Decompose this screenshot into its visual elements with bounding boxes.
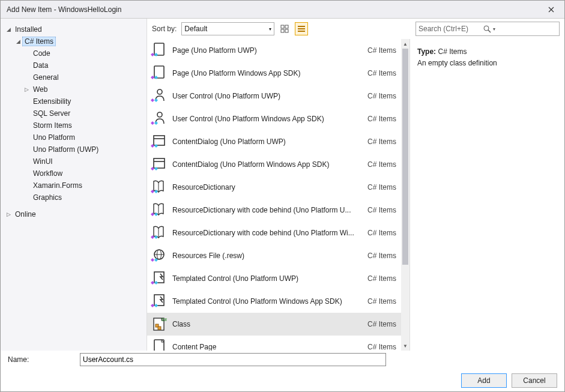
footer: Name: Add Cancel — [1, 351, 564, 392]
item-name: Templated Control (Uno Platform UWP) — [172, 274, 367, 283]
sort-by-dropdown[interactable]: Default ▾ — [181, 22, 274, 35]
svg-rect-3 — [285, 29, 288, 32]
template-list[interactable]: Page (Uno Platform UWP)C# ItemsPage (Uno… — [147, 39, 401, 351]
scroll-down-icon[interactable]: ▼ — [401, 341, 409, 351]
item-category: C# Items — [367, 252, 396, 260]
tree-child[interactable]: General — [1, 71, 147, 83]
item-category: C# Items — [367, 69, 396, 77]
page-icon — [150, 65, 168, 82]
tree-child[interactable]: Storm Items — [1, 119, 147, 131]
list-icon — [297, 25, 306, 33]
item-name: ResourceDictionary with code behind (Uno… — [172, 229, 367, 237]
template-item[interactable]: Page (Uno Platform UWP)C# Items — [147, 39, 401, 62]
templated-icon — [150, 270, 168, 287]
tree-installed[interactable]: ◢ Installed — [1, 23, 147, 35]
svg-rect-2 — [281, 29, 284, 32]
svg-rect-28 — [158, 327, 161, 330]
view-tiles-button[interactable] — [278, 22, 291, 35]
template-item[interactable]: C#ClassC# Items — [147, 313, 401, 336]
type-label: Type: — [417, 47, 436, 56]
item-name: Templated Control (Uno Platform Windows … — [172, 297, 367, 306]
close-button[interactable] — [538, 1, 564, 19]
scroll-thumb[interactable] — [402, 49, 408, 265]
item-name: Page (Uno Platform UWP) — [172, 46, 367, 55]
chevron-right-icon: ▷ — [22, 86, 31, 92]
search-input[interactable]: Search (Ctrl+E) ▾ — [415, 22, 560, 36]
toolbar: Sort by: Default ▾ Search (Ctrl+E) ▾ — [147, 19, 564, 39]
view-list-button[interactable] — [295, 22, 308, 35]
svg-line-8 — [488, 30, 491, 32]
template-item[interactable]: ResourceDictionary with code behind (Uno… — [147, 199, 401, 222]
page-icon — [150, 42, 168, 59]
template-item[interactable]: Content PageC# Items — [147, 336, 401, 351]
title-bar: Add New Item - WindowsHelloLogin — [1, 1, 564, 19]
tree-child[interactable]: ▷Web — [1, 83, 147, 95]
template-item[interactable]: Page (Uno Platform Windows App SDK)C# It… — [147, 62, 401, 85]
dict-icon — [150, 225, 168, 241]
name-input[interactable] — [80, 353, 386, 366]
scrollbar[interactable]: ▲ ▼ — [401, 39, 409, 351]
item-category: C# Items — [367, 297, 396, 306]
type-value: C# Items — [438, 47, 467, 56]
item-category: C# Items — [367, 137, 396, 146]
tree-child[interactable]: SQL Server — [1, 107, 147, 119]
window-title: Add New Item - WindowsHelloLogin — [7, 5, 121, 14]
class-icon: C# — [150, 316, 168, 333]
template-item[interactable]: User Control (Uno Platform Windows App S… — [147, 107, 401, 130]
cancel-button[interactable]: Cancel — [512, 373, 557, 388]
chevron-right-icon: ▷ — [4, 211, 13, 217]
item-name: Resources File (.resw) — [172, 252, 367, 260]
details-pane: Type: C# Items An empty class definition — [410, 39, 564, 351]
item-name: Page (Uno Platform Windows App SDK) — [172, 69, 367, 77]
template-item[interactable]: ContentDialog (Uno Platform Windows App … — [147, 153, 401, 176]
tree-child[interactable]: Workflow — [1, 167, 147, 179]
tree-graphics[interactable]: Graphics — [1, 191, 147, 204]
chevron-down-icon: ◢ — [14, 38, 22, 44]
item-name: ContentDialog (Uno Platform UWP) — [172, 137, 367, 146]
name-label: Name: — [8, 355, 75, 364]
dialog-icon — [150, 133, 168, 150]
chevron-down-icon: ◢ — [4, 26, 13, 32]
page-plain-icon — [150, 339, 168, 351]
item-category: C# Items — [367, 115, 396, 123]
svg-rect-15 — [154, 158, 165, 168]
template-item[interactable]: Resources File (.resw)C# Items — [147, 244, 401, 267]
svg-rect-23 — [154, 272, 164, 283]
sort-by-label: Sort by: — [152, 25, 177, 33]
item-category: C# Items — [367, 320, 396, 328]
tree-child[interactable]: Data — [1, 59, 147, 71]
tree-child[interactable]: Uno Platform — [1, 131, 147, 143]
item-category: C# Items — [367, 160, 396, 169]
item-category: C# Items — [367, 229, 396, 237]
tree-csharp-items[interactable]: ◢ C# Items — [1, 35, 147, 47]
item-category: C# Items — [367, 206, 396, 214]
scroll-up-icon[interactable]: ▲ — [401, 39, 409, 49]
user-icon — [150, 88, 168, 104]
item-name: User Control (Uno Platform UWP) — [172, 92, 367, 100]
chevron-down-icon: ▾ — [493, 26, 557, 32]
svg-point-12 — [157, 112, 162, 117]
tree-child[interactable]: Xamarin.Forms — [1, 179, 147, 191]
template-item[interactable]: Templated Control (Uno Platform Windows … — [147, 290, 401, 313]
tree-online[interactable]: ▷ Online — [1, 208, 147, 220]
template-item[interactable]: ContentDialog (Uno Platform UWP)C# Items — [147, 130, 401, 153]
template-item[interactable]: User Control (Uno Platform UWP)C# Items — [147, 85, 401, 107]
tree-child[interactable]: Uno Platform (UWP) — [1, 143, 147, 155]
tree-child[interactable]: Extensibility — [1, 95, 147, 107]
template-item[interactable]: Templated Control (Uno Platform UWP)C# I… — [147, 267, 401, 290]
item-category: C# Items — [367, 274, 396, 283]
svg-point-7 — [484, 26, 489, 31]
tree-child[interactable]: Code — [1, 47, 147, 59]
dict-icon — [150, 202, 168, 219]
tree-child[interactable]: WinUI — [1, 155, 147, 167]
item-name: ResourceDictionary with code behind (Uno… — [172, 206, 367, 214]
template-item[interactable]: ResourceDictionary with code behind (Uno… — [147, 222, 401, 244]
category-tree[interactable]: ◢ Installed ◢ C# Items CodeDataGeneral▷W… — [1, 19, 147, 351]
add-button[interactable]: Add — [461, 373, 507, 388]
item-name: Class — [172, 320, 367, 328]
template-item[interactable]: ResourceDictionaryC# Items — [147, 176, 401, 199]
svg-rect-1 — [285, 25, 288, 28]
svg-rect-0 — [281, 25, 284, 28]
user-icon — [150, 110, 168, 127]
item-category: C# Items — [367, 343, 396, 351]
